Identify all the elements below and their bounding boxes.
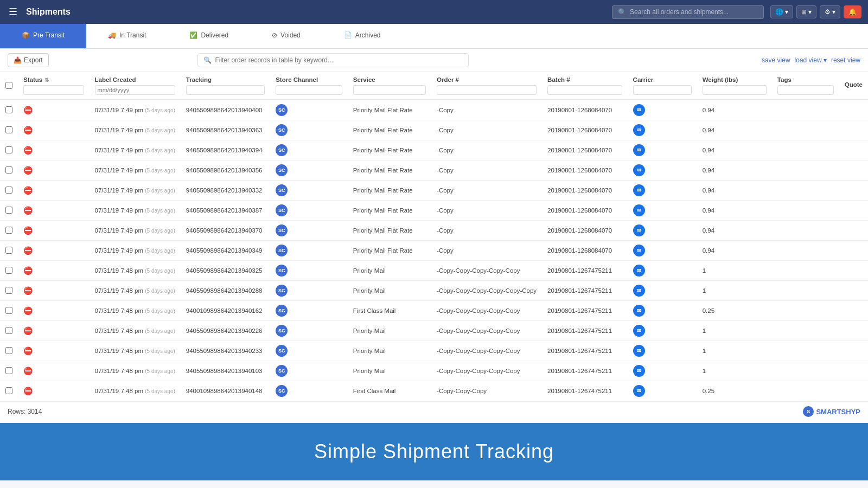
label-created-date: 07/31/19 7:49 pm [95,147,144,153]
table-row[interactable]: ⛔ 07/31/19 7:48 pm (5 days ago) 94001098… [0,301,868,321]
row-quote [839,241,868,261]
table-row[interactable]: ⛔ 07/31/19 7:49 pm (5 days ago) 94055098… [0,181,868,201]
row-service: Priority Mail Flat Rate [348,100,431,120]
delivered-tab-label: Delivered [201,31,228,39]
row-checkbox-cell[interactable] [0,201,18,221]
row-checkbox-cell[interactable] [0,181,18,201]
menu-icon[interactable]: ☰ [7,4,20,20]
store-channel-icon: SC [276,385,288,397]
status-sort-icon[interactable]: ⇅ [44,77,49,83]
row-label-created: 07/31/19 7:49 pm (5 days ago) [90,181,181,201]
row-checkbox-cell[interactable] [0,100,18,120]
label-created-date: 07/31/19 7:48 pm [95,307,144,314]
row-carrier: ✉ [628,140,697,160]
row-checkbox-cell[interactable] [0,301,18,321]
table-row[interactable]: ⛔ 07/31/19 7:49 pm (5 days ago) 94055098… [0,241,868,261]
table-row[interactable]: ⛔ 07/31/19 7:49 pm (5 days ago) 94055098… [0,140,868,160]
table-row[interactable]: ⛔ 07/31/19 7:49 pm (5 days ago) 94055098… [0,160,868,181]
row-checkbox[interactable] [5,227,12,234]
tab-voided[interactable]: ⊘Voided [250,24,322,48]
row-status: ⛔ [18,381,90,401]
tab-in-transit[interactable]: 🚚In Transit [86,24,168,48]
export-button[interactable]: 📤 Export [8,53,49,67]
store-channel-filter-input[interactable] [276,85,342,95]
row-checkbox[interactable] [5,187,12,194]
carrier-icon: ✉ [633,285,645,297]
global-search-input[interactable] [630,8,758,16]
row-checkbox[interactable] [5,367,12,374]
row-status: ⛔ [18,261,90,281]
table-row[interactable]: ⛔ 07/31/19 7:48 pm (5 days ago) 94055098… [0,321,868,341]
row-checkbox-cell[interactable] [0,361,18,381]
table-row[interactable]: ⛔ 07/31/19 7:49 pm (5 days ago) 94055098… [0,201,868,221]
row-checkbox-cell[interactable] [0,160,18,181]
row-checkbox[interactable] [5,287,12,294]
table-row[interactable]: ⛔ 07/31/19 7:48 pm (5 days ago) 94055098… [0,281,868,301]
col-header-batch: Batch # [542,72,627,100]
row-weight: 0.94 [697,181,772,201]
row-checkbox-cell[interactable] [0,221,18,241]
label-created-filter-input[interactable] [95,85,175,95]
table-row[interactable]: ⛔ 07/31/19 7:48 pm (5 days ago) 94055098… [0,261,868,281]
row-checkbox-cell[interactable] [0,120,18,140]
row-checkbox[interactable] [5,327,12,334]
status-filter-input[interactable] [23,85,84,95]
row-batch: 20190801-1268084070 [542,201,627,221]
row-checkbox-cell[interactable] [0,140,18,160]
row-checkbox[interactable] [5,307,12,314]
row-label-created: 07/31/19 7:49 pm (5 days ago) [90,201,181,221]
tags-filter-input[interactable] [777,85,834,95]
tracking-filter-input[interactable] [186,85,265,95]
reset-view-link[interactable]: reset view [831,56,860,64]
filter-search-input[interactable] [215,56,463,64]
load-view-link[interactable]: load view ▾ [795,56,827,64]
row-checkbox-cell[interactable] [0,381,18,401]
batch-filter-input[interactable] [547,85,622,95]
weight-filter-input[interactable] [703,85,767,95]
row-batch: 20190801-1267475211 [542,381,627,401]
table-row[interactable]: ⛔ 07/31/19 7:49 pm (5 days ago) 94055098… [0,120,868,140]
row-carrier: ✉ [628,181,697,201]
grid-button[interactable]: ⊞ ▾ [796,5,816,18]
row-checkbox-cell[interactable] [0,261,18,281]
table-row[interactable]: ⛔ 07/31/19 7:49 pm (5 days ago) 94055098… [0,221,868,241]
row-checkbox[interactable] [5,347,12,354]
row-checkbox[interactable] [5,387,12,394]
row-checkbox[interactable] [5,247,12,254]
row-checkbox[interactable] [5,146,12,153]
row-checkbox-cell[interactable] [0,281,18,301]
store-channel-icon: SC [276,164,288,176]
globe-button[interactable]: 🌐 ▾ [770,5,793,18]
select-all-checkbox[interactable] [5,82,12,89]
order-filter-input[interactable] [437,85,537,95]
row-checkbox[interactable] [5,166,12,174]
row-checkbox[interactable] [5,207,12,214]
row-checkbox[interactable] [5,106,12,113]
row-carrier: ✉ [628,361,697,381]
global-search[interactable]: 🔍 [612,5,764,19]
row-checkbox[interactable] [5,267,12,274]
table-row[interactable]: ⛔ 07/31/19 7:48 pm (5 days ago) 94001098… [0,381,868,401]
row-checkbox-cell[interactable] [0,341,18,361]
filter-search-box[interactable]: 🔍 [197,53,469,67]
row-order: -Copy [431,201,542,221]
settings-button[interactable]: ⚙ ▾ [820,5,840,18]
select-all-header[interactable] [0,72,18,100]
tab-archived[interactable]: 📄Archived [322,24,403,48]
row-tracking: 9405509898642013940103 [181,361,270,381]
store-channel-icon: SC [276,285,288,297]
tab-pre-transit[interactable]: 📦Pre Transit [0,24,86,48]
save-view-link[interactable]: save view [762,56,790,64]
table-row[interactable]: ⛔ 07/31/19 7:48 pm (5 days ago) 94055098… [0,361,868,381]
row-batch: 20190801-1268084070 [542,241,627,261]
row-checkbox[interactable] [5,126,12,133]
row-checkbox-cell[interactable] [0,241,18,261]
table-row[interactable]: ⛔ 07/31/19 7:49 pm (5 days ago) 94055098… [0,100,868,120]
tab-delivered[interactable]: ✅Delivered [168,24,250,48]
row-checkbox-cell[interactable] [0,321,18,341]
carrier-filter-input[interactable] [633,85,692,95]
row-status: ⛔ [18,140,90,160]
table-row[interactable]: ⛔ 07/31/19 7:48 pm (5 days ago) 94055098… [0,341,868,361]
alerts-button[interactable]: 🔔 [844,5,861,18]
service-filter-input[interactable] [353,85,426,95]
